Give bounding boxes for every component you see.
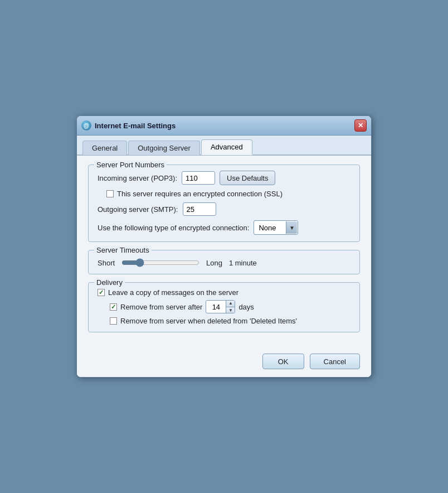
tab-outgoing-server[interactable]: Outgoing Server: [128, 141, 200, 155]
use-defaults-button[interactable]: Use Defaults: [220, 171, 275, 185]
ssl-label: This server requires an encrypted connec…: [117, 190, 283, 198]
server-timeouts-section: Server Timeouts Short Long 1 minute: [88, 250, 360, 274]
close-button[interactable]: ✕: [354, 119, 367, 132]
server-port-numbers-title: Server Port Numbers: [94, 161, 167, 169]
leave-messages-label: Leave a copy of messages on the server: [108, 288, 238, 297]
tabs-bar: General Outgoing Server Advanced: [77, 136, 371, 156]
title-bar: @ Internet E-mail Settings ✕: [77, 116, 371, 136]
tab-advanced[interactable]: Advanced: [201, 139, 252, 155]
long-label: Long: [206, 259, 222, 267]
timeout-slider-row: Short Long 1 minute: [98, 258, 350, 267]
tab-content: Server Port Numbers Incoming server (POP…: [77, 156, 371, 348]
title-bar-left: @ Internet E-mail Settings: [81, 120, 176, 130]
encryption-label: Use the following type of encrypted conn…: [98, 224, 249, 232]
remove-when-deleted-label: Remove from server when deleted from 'De…: [120, 317, 297, 325]
encryption-select[interactable]: None SSL TLS Auto: [254, 220, 298, 235]
remove-after-label: Remove from server after: [120, 303, 202, 311]
outgoing-server-label: Outgoing server (SMTP):: [98, 205, 178, 214]
outgoing-server-input[interactable]: [183, 202, 216, 216]
delivery-section: Delivery Leave a copy of messages on the…: [88, 282, 360, 332]
dialog-footer: OK Cancel: [77, 348, 371, 377]
cancel-button[interactable]: Cancel: [310, 354, 360, 369]
timeout-slider[interactable]: [121, 258, 199, 267]
days-label: days: [238, 303, 254, 311]
outgoing-server-row: Outgoing server (SMTP):: [98, 202, 350, 216]
remove-after-row: Remove from server after ▲ ▼ days: [110, 300, 350, 313]
server-port-numbers-section: Server Port Numbers Incoming server (POP…: [88, 165, 360, 242]
spinner-buttons: ▲ ▼: [226, 300, 235, 313]
delivery-title: Delivery: [94, 278, 125, 287]
ssl-checkbox-row: This server requires an encrypted connec…: [106, 190, 350, 198]
days-spinner: ▲ ▼: [206, 300, 235, 313]
dialog-window: @ Internet E-mail Settings ✕ General Out…: [76, 115, 372, 378]
incoming-server-input[interactable]: [182, 171, 215, 185]
server-timeouts-title: Server Timeouts: [94, 246, 152, 254]
ok-button[interactable]: OK: [262, 354, 304, 369]
short-label: Short: [98, 259, 117, 267]
remove-when-deleted-row: Remove from server when deleted from 'De…: [110, 317, 350, 325]
ssl-checkbox[interactable]: [106, 190, 114, 197]
leave-messages-checkbox[interactable]: [98, 289, 105, 296]
delivery-sub: Remove from server after ▲ ▼ days Remove…: [98, 300, 350, 325]
app-icon: @: [81, 120, 91, 130]
remove-after-checkbox[interactable]: [110, 303, 117, 311]
days-input[interactable]: [206, 302, 226, 312]
spinner-down-button[interactable]: ▼: [226, 307, 235, 314]
encryption-row: Use the following type of encrypted conn…: [98, 220, 350, 235]
leave-messages-row: Leave a copy of messages on the server: [98, 288, 350, 297]
dialog-title: Internet E-mail Settings: [95, 122, 176, 130]
spinner-up-button[interactable]: ▲: [226, 300, 235, 307]
encryption-dropdown-wrapper: None SSL TLS Auto ▼: [254, 220, 298, 235]
incoming-server-label: Incoming server (POP3):: [98, 174, 177, 182]
tab-general[interactable]: General: [82, 141, 127, 155]
timeout-value: 1 minute: [229, 259, 257, 267]
incoming-server-row: Incoming server (POP3): Use Defaults: [98, 171, 350, 185]
remove-when-deleted-checkbox[interactable]: [110, 317, 117, 325]
